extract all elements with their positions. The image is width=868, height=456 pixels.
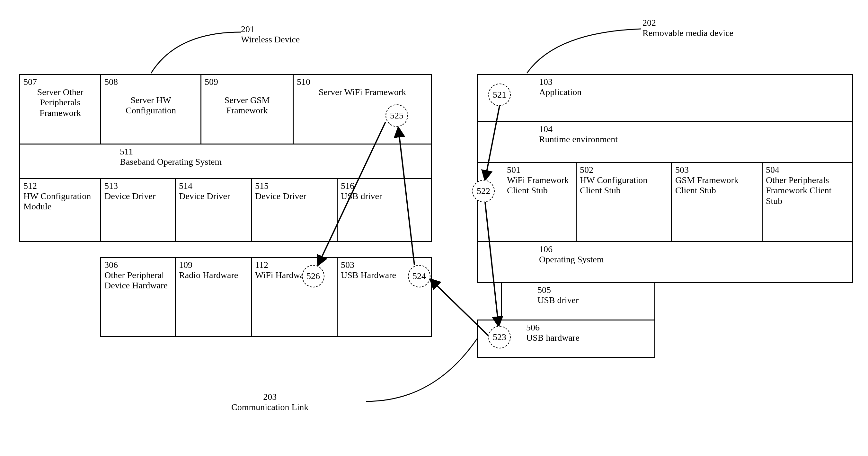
circle-num: 523 xyxy=(493,332,506,342)
box-text: HW Configuration Client Stub xyxy=(580,175,647,195)
box-104: 104 Runtime environment xyxy=(477,121,853,163)
box-num: 516 xyxy=(341,181,354,191)
box-514: 514 Device Driver xyxy=(175,178,252,242)
box-num: 503 xyxy=(341,260,354,270)
box-num: 505 xyxy=(537,285,551,295)
circle-num: 526 xyxy=(307,271,320,281)
box-num: 504 xyxy=(766,165,779,175)
box-num: 503 xyxy=(675,165,689,175)
box-text: Other Peripheral Device Hardware xyxy=(104,270,168,290)
box-511: 511 Baseband Operating System xyxy=(19,143,432,179)
box-510: 510 Server WiFi Framework xyxy=(293,74,432,144)
box-501: 501 WiFi Framework Client Stub xyxy=(477,162,577,242)
circle-526: 526 xyxy=(302,265,324,287)
box-num: 508 xyxy=(104,77,118,87)
callout-num: 202 xyxy=(643,18,656,28)
box-103: 103 Application xyxy=(477,74,853,122)
box-503: 503 GSM Framework Client Stub xyxy=(671,162,763,242)
box-306: 306 Other Peripheral Device Hardware xyxy=(100,257,176,337)
box-num: 104 xyxy=(539,124,553,134)
box-513: 513 Device Driver xyxy=(100,178,176,242)
box-text: USB hardware xyxy=(526,333,580,343)
box-text: Other Peripherals Framework Client Stub xyxy=(766,175,832,205)
box-text: Baseband Operating System xyxy=(120,157,222,167)
box-text: USB driver xyxy=(341,191,382,201)
box-508: 508 Server HW Configuration xyxy=(100,74,202,144)
circle-num: 524 xyxy=(412,271,426,281)
box-text: HW Configuration Module xyxy=(24,191,91,211)
circle-522: 522 xyxy=(472,180,495,202)
box-num: 306 xyxy=(104,260,118,270)
box-text: USB Hardware xyxy=(341,270,396,280)
circle-523: 523 xyxy=(488,326,511,349)
callout-num: 201 xyxy=(241,24,254,34)
box-text: WiFi Framework Client Stub xyxy=(507,175,569,195)
box-text: USB driver xyxy=(537,295,579,305)
box-num: 103 xyxy=(539,77,553,87)
box-515: 515 Device Driver xyxy=(251,178,338,242)
box-text: Device Driver xyxy=(255,191,306,201)
box-num: 501 xyxy=(507,165,520,175)
box-num: 515 xyxy=(255,181,269,191)
box-112: 112 WiFi Hardware xyxy=(251,257,338,337)
box-num: 112 xyxy=(255,260,268,270)
box-505: 505 USB driver xyxy=(501,282,655,321)
circle-525: 525 xyxy=(385,104,408,127)
box-num: 513 xyxy=(104,181,118,191)
callout-removable-media: 202 Removable media device xyxy=(643,18,734,38)
box-num: 514 xyxy=(179,181,192,191)
box-text: Radio Hardware xyxy=(179,270,238,280)
callout-text: Wireless Device xyxy=(241,34,300,44)
box-512: 512 HW Configuration Module xyxy=(19,178,101,242)
circle-521: 521 xyxy=(488,84,511,106)
box-num: 506 xyxy=(526,322,540,332)
box-text: Runtime environment xyxy=(539,134,618,144)
box-text: Server WiFi Framework xyxy=(319,87,406,97)
box-num: 510 xyxy=(297,77,310,87)
circle-num: 525 xyxy=(390,110,403,121)
box-509: 509 Server GSM Framework xyxy=(200,74,293,144)
circle-524: 524 xyxy=(408,265,431,287)
callout-text: Removable media device xyxy=(643,28,734,38)
box-text: Operating System xyxy=(539,254,603,264)
box-text: Server HW Configuration xyxy=(126,95,176,115)
box-num: 512 xyxy=(24,181,37,191)
box-num: 511 xyxy=(120,146,133,156)
box-num: 106 xyxy=(539,244,553,254)
box-text: Server GSM Framework xyxy=(224,95,270,115)
box-504: 504 Other Peripherals Framework Client S… xyxy=(762,162,853,242)
box-507: 507 Server Other Peripherals Framework xyxy=(19,74,101,144)
box-num: 109 xyxy=(179,260,192,270)
box-num: 502 xyxy=(580,165,593,175)
box-text: Device Driver xyxy=(104,191,155,201)
box-text: Application xyxy=(539,87,582,97)
box-502: 502 HW Configuration Client Stub xyxy=(576,162,672,242)
box-text: Server Other Peripherals Framework xyxy=(37,87,84,118)
box-109: 109 Radio Hardware xyxy=(175,257,252,337)
box-num: 507 xyxy=(24,77,37,87)
circle-num: 522 xyxy=(477,186,490,196)
box-106: 106 Operating System xyxy=(477,241,853,283)
box-516: 516 USB driver xyxy=(337,178,432,242)
callout-communication-link: 203 Communication Link xyxy=(231,392,308,412)
box-text: GSM Framework Client Stub xyxy=(675,175,739,195)
callout-text: Communication Link xyxy=(231,402,308,412)
circle-num: 521 xyxy=(493,90,506,100)
callout-wireless-device: 201 Wireless Device xyxy=(241,24,300,45)
callout-num: 203 xyxy=(263,392,277,402)
box-text: Device Driver xyxy=(179,191,230,201)
box-num: 509 xyxy=(205,77,218,87)
